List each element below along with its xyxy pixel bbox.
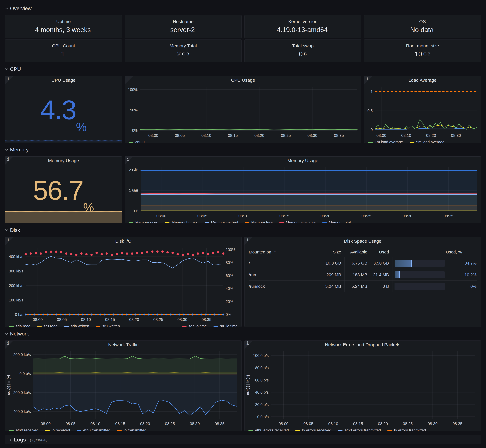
svg-text:08:05: 08:05 [57,317,67,322]
memory-row: i Memory Usage 56.7% i Memory Usage 0 B1… [5,156,481,223]
info-icon[interactable]: i [125,157,133,165]
legend-item-eth0-received[interactable]: eth0 received [9,428,39,431]
legend-item-sda-io-time[interactable]: sda io time [182,324,207,327]
svg-text:80%: 80% [226,260,233,265]
network-traffic-chart-area[interactable]: 200.0 kb/s0.0 b/s-200.0 kb/s-400.0 kb/s0… [5,349,241,427]
info-icon[interactable]: i [5,76,13,84]
legend-swatch [9,326,14,327]
column-header-used[interactable]: Used [371,250,392,255]
network-errors-chart-area[interactable]: 0.0 p/s20.0 p/s40.0 p/s60.0 p/s80.0 p/s1… [245,349,481,427]
panel-title: CPU Usage [125,76,361,84]
section-header-network[interactable]: Network [6,330,481,337]
info-icon[interactable]: i [5,341,13,349]
panel-title: OS [419,19,426,24]
svg-text:08:30: 08:30 [428,421,438,426]
legend-item-Memory-total[interactable]: Memory total [322,220,351,223]
panel-cpu-usage-chart: i CPU Usage 0%50%100%08:0008:0508:1008:1… [125,76,361,143]
usage-bar [392,281,446,292]
info-icon[interactable]: i [5,237,13,245]
section-header-memory[interactable]: Memory [6,146,481,153]
svg-text:20%: 20% [226,299,233,304]
legend-item-lo-received[interactable]: lo received [45,428,70,431]
svg-text:40%: 40% [226,286,233,291]
section-header-overview[interactable]: Overview [6,5,481,12]
chevron-down-icon [5,7,8,9]
info-icon[interactable]: i [125,76,133,84]
panel-title: Memory Usage [5,157,122,165]
stat-unit: GiB [423,52,430,56]
svg-text:08:35: 08:35 [201,317,211,322]
cpu-sparkline [5,134,122,143]
panel-title: Kernel version [288,19,318,24]
panel-network-traffic: i Network Traffic 200.0 kb/s0.0 b/s-200.… [5,340,242,431]
legend-swatch [410,142,414,143]
legend-item-eth0-errors-tranmitted[interactable]: eth0 errors tranmitted [338,428,381,431]
panel-network-errors: i Network Errors and Dropped Packets 0.0… [244,340,481,431]
size-cell: 10.3 GB [317,257,344,269]
legend-item-eth0-errors-received[interactable]: eth0 errors received [248,428,289,431]
legend-swatch [77,430,81,431]
load-average-chart-area[interactable]: 00.5108:0008:1008:2008:30 [364,84,481,139]
legend-item-Memory-free[interactable]: Memory free [245,220,273,223]
column-header-available[interactable]: Available [344,250,371,255]
chevron-down-icon [5,332,8,335]
legend-item-lo-errors-tranmitted[interactable]: lo errors tranmitted [387,428,426,431]
legend-item-lo-errors-received[interactable]: lo errors received [295,428,331,431]
stat-panel-cpu-count: CPU Count 1 [5,40,122,62]
stat-panel-uptime: Uptime 4 months, 3 weeks [5,15,122,38]
legend-item-sr0-written[interactable]: sr0 written [96,324,120,327]
legend-swatch [182,326,186,327]
svg-text:08:15: 08:15 [115,421,125,426]
legend-item-cpu-0[interactable]: cpu 0 [129,140,144,143]
overview-stats-row-1: Uptime 4 months, 3 weeks Hostname server… [5,15,481,38]
svg-text:08:05: 08:05 [198,214,207,218]
section-row-logs[interactable]: Logs (4 panels) [5,435,481,444]
stat-panel-root-mount-size: Root mount size 10GiB [364,40,481,62]
legend-item-sda-read[interactable]: sda read [9,324,30,327]
info-icon[interactable]: i [364,76,372,84]
panel-title: Total swap [292,44,314,48]
cpu-usage-chart-area[interactable]: 0%50%100%08:0008:0508:1008:1508:2008:250… [125,84,361,139]
stat-value: 4 months, 3 weeks [35,26,91,33]
legend-item-sr0-read[interactable]: sr0 read [37,324,57,327]
column-header-mounted-on[interactable]: Mounted on ↑ [249,250,317,255]
legend-swatch [117,430,122,431]
disk-row: i Disk I/O 0 b/s100 kb/s200 kb/s300 kb/s… [5,237,481,327]
legend-item-1m-load-average[interactable]: 1m load average [368,140,403,143]
table-body: / 10.3 GB 6.75 GB 3.58 GB 34.7% /run 209… [249,257,477,292]
legend-item-Memory-cached[interactable]: Memory cached [205,220,238,223]
usage-bar [392,257,446,269]
legend-item-5m-load-average[interactable]: 5m load average [410,140,444,143]
svg-text:0 b/s: 0 b/s [15,312,23,317]
svg-text:08:35: 08:35 [215,421,224,426]
legend-swatch [248,430,253,431]
svg-text:08:30: 08:30 [190,421,200,426]
info-icon[interactable]: i [245,237,253,245]
stat-panel-kernel-version: Kernel version 4.19.0-13-amd64 [244,15,361,38]
legend-swatch [279,222,284,223]
section-header-cpu[interactable]: CPU [6,66,481,72]
available-cell: 5.24 MB [344,281,371,292]
legend-item-Memory-used[interactable]: Memory used [129,220,158,223]
svg-text:08:30: 08:30 [307,133,317,138]
section-header-disk[interactable]: Disk [6,227,481,233]
legend-item-sda-written[interactable]: sda written [64,324,89,327]
legend-item-sr0-io-time[interactable]: sr0 io time [214,324,238,327]
column-header-size[interactable]: Size [317,250,344,255]
legend-item-lo-transmitted[interactable]: lo transmitted [117,428,146,431]
legend-swatch [322,222,327,223]
column-header-used-pct[interactable]: Used, % [446,250,477,255]
chevron-down-icon [5,67,8,70]
svg-text:-200.0 kb/s: -200.0 kb/s [12,391,31,395]
svg-text:08:30: 08:30 [177,317,187,322]
svg-text:40.0 p/s: 40.0 p/s [255,390,269,394]
disk-io-chart-area[interactable]: 0 b/s100 kb/s200 kb/s300 kb/s400 kb/s0%2… [5,245,241,323]
dashboard: Overview Uptime 4 months, 3 weeks Hostna… [0,0,486,446]
legend-item-Memory-available[interactable]: Memory available [279,220,316,223]
legend-item-eth0-transmitted[interactable]: eth0 transmitted [77,428,111,431]
cpu-row: i CPU Usage 4.3% i CPU Usage 0%50%100%08… [5,76,481,143]
legend-item-Memory-buffers[interactable]: Memory buffers [165,220,198,223]
info-icon[interactable]: i [5,157,13,165]
memory-usage-chart-area[interactable]: 0 B1 GiB2 GiB08:0008:0508:1008:1508:2008… [125,165,481,220]
info-icon[interactable]: i [245,341,253,349]
